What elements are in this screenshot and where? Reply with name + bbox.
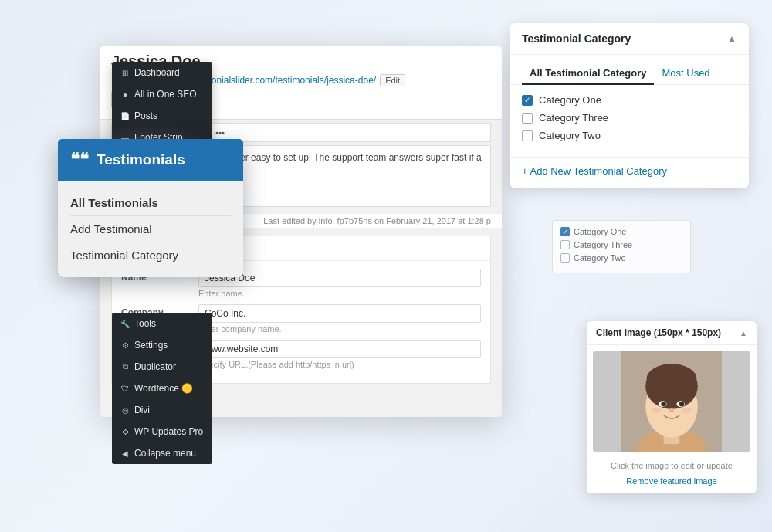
- dashboard-icon: ⊞: [120, 69, 130, 77]
- tab-most-used[interactable]: Most Used: [654, 63, 717, 85]
- mini-checkbox-three: [560, 240, 570, 249]
- category-item-two: Category Two: [522, 130, 736, 141]
- sidebar-item-settings[interactable]: ⚙ Settings: [112, 334, 212, 356]
- sidebar-item-divi[interactable]: ◎ Divi: [112, 399, 212, 421]
- mini-category-panel: Category One Category Three Category Two: [552, 220, 691, 273]
- testimonials-menu-header: ❝❝ Testimonials: [58, 139, 243, 181]
- mini-cat-item-three: Category Three: [560, 240, 682, 249]
- svg-point-12: [682, 408, 692, 414]
- wpupdates-icon: ⚙: [120, 428, 130, 436]
- add-new-category-link[interactable]: + Add New Testimonial Category: [522, 165, 667, 177]
- category-label-three: Category Three: [539, 112, 608, 124]
- testimonials-submenu: All Testimonials Add Testimonial Testimo…: [58, 181, 243, 277]
- category-label-two: Category Two: [539, 130, 601, 141]
- checkbox-category-three[interactable]: [522, 113, 533, 124]
- wp-sidebar: ⊞ Dashboard ● All in One SEO 📄 Posts — F…: [112, 62, 212, 148]
- mini-checkbox-two: [560, 253, 570, 263]
- testimonials-menu-title: Testimonials: [96, 151, 185, 168]
- tc-panel-header: Testimonial Category ▲: [510, 23, 749, 55]
- submenu-all-testimonials[interactable]: All Testimonials: [70, 190, 231, 216]
- field-company: Enter company name.: [198, 304, 481, 334]
- client-image-svg: [593, 351, 750, 452]
- posts-icon: 📄: [120, 112, 130, 120]
- mini-cat-item-one: Category One: [560, 227, 682, 236]
- collapse-icon: ◀: [120, 449, 130, 458]
- hint-url: Specify URL.(Please add http/https in ur…: [198, 360, 481, 369]
- hint-company: Enter company name.: [198, 324, 481, 334]
- mini-cat-label-one: Category One: [574, 227, 626, 236]
- svg-point-10: [669, 408, 675, 412]
- testimonials-menu: ❝❝ Testimonials All Testimonials Add Tes…: [58, 139, 243, 277]
- sidebar-item-wordfence[interactable]: 🛡 Wordfence 🟡: [112, 378, 212, 399]
- settings-icon: ⚙: [120, 341, 130, 350]
- mini-cat-label-three: Category Three: [574, 240, 632, 249]
- tc-categories-list: Category One Category Three Category Two: [510, 85, 749, 157]
- category-label-one: Category One: [539, 94, 601, 106]
- category-item-three: Category Three: [522, 112, 736, 124]
- input-company[interactable]: [198, 304, 481, 323]
- sidebar-label-wpupdates: WP Updates Pro: [134, 426, 203, 437]
- tools-icon: 🔧: [120, 320, 130, 328]
- remove-featured-image-link[interactable]: Remove featured image: [587, 473, 757, 493]
- hint-name: Enter name.: [198, 289, 481, 298]
- tc-tabs: All Testimonial Category Most Used: [510, 55, 749, 85]
- sidebar-item-posts[interactable]: 📄 Posts: [112, 105, 212, 127]
- permalink-edit-button[interactable]: Edit: [380, 74, 405, 86]
- ci-panel-collapse-icon[interactable]: ▲: [740, 329, 747, 337]
- input-url[interactable]: [198, 340, 481, 358]
- sidebar-label-wordfence: Wordfence 🟡: [134, 383, 193, 394]
- ci-caption-text: Click the image to edit or update: [587, 458, 757, 473]
- ci-panel-header: Client Image (150px * 150px) ▲: [587, 321, 757, 345]
- sidebar-label-divi: Divi: [134, 405, 150, 415]
- tc-panel-title: Testimonial Category: [522, 32, 631, 45]
- sidebar-label-collapse: Collapse menu: [134, 448, 196, 459]
- svg-point-5: [647, 364, 697, 394]
- sidebar-label-settings: Settings: [134, 340, 168, 351]
- client-image-container[interactable]: [593, 351, 750, 452]
- testimonials-quote-icon: ❝❝: [70, 150, 89, 170]
- sidebar-item-wpupdates[interactable]: ⚙ WP Updates Pro: [112, 421, 212, 442]
- toolbar-more[interactable]: •••: [213, 127, 227, 138]
- wp-sidebar-bottom: 🔧 Tools ⚙ Settings ⧉ Duplicator 🛡 Wordfe…: [112, 313, 212, 464]
- sidebar-label-tools: Tools: [134, 318, 156, 329]
- mini-checkbox-one: [560, 227, 570, 236]
- svg-point-8: [661, 402, 666, 407]
- mini-cat-item-two: Category Two: [560, 253, 682, 263]
- submenu-testimonial-category[interactable]: Testimonial Category: [70, 242, 231, 268]
- sidebar-item-dashboard[interactable]: ⊞ Dashboard: [112, 62, 212, 83]
- field-url: Specify URL.(Please add http/https in ur…: [198, 340, 481, 369]
- sidebar-item-collapse[interactable]: ◀ Collapse menu: [112, 442, 212, 464]
- tc-add-new-section: + Add New Testimonial Category: [510, 157, 749, 188]
- testimonial-category-panel: Testimonial Category ▲ All Testimonial C…: [510, 23, 749, 188]
- sidebar-label-duplicator: Duplicator: [134, 361, 176, 372]
- checkbox-category-two[interactable]: [522, 130, 533, 141]
- wordfence-icon: 🛡: [120, 385, 130, 393]
- sidebar-label-posts: Posts: [134, 110, 157, 121]
- category-item-one: Category One: [522, 94, 736, 106]
- tab-all-testimonial-category[interactable]: All Testimonial Category: [522, 63, 654, 85]
- tc-panel-collapse-icon[interactable]: ▲: [727, 33, 736, 44]
- sidebar-label-dashboard: Dashboard: [134, 67, 180, 78]
- submenu-add-testimonial[interactable]: Add Testimonial: [70, 216, 231, 242]
- seo-icon: ●: [120, 90, 130, 99]
- svg-point-9: [679, 402, 685, 407]
- mini-cat-label-two: Category Two: [574, 253, 626, 263]
- sidebar-item-tools[interactable]: 🔧 Tools: [112, 313, 212, 334]
- checkbox-category-one[interactable]: [522, 95, 533, 106]
- sidebar-label-seo: All in One SEO: [134, 89, 197, 100]
- ci-panel-title: Client Image (150px * 150px): [596, 327, 721, 338]
- sidebar-item-seo[interactable]: ● All in One SEO: [112, 83, 212, 105]
- duplicator-icon: ⧉: [120, 362, 130, 371]
- client-image-panel: Client Image (150px * 150px) ▲: [587, 321, 757, 493]
- svg-point-11: [652, 408, 662, 414]
- divi-icon: ◎: [120, 406, 130, 415]
- sidebar-item-duplicator[interactable]: ⧉ Duplicator: [112, 356, 212, 378]
